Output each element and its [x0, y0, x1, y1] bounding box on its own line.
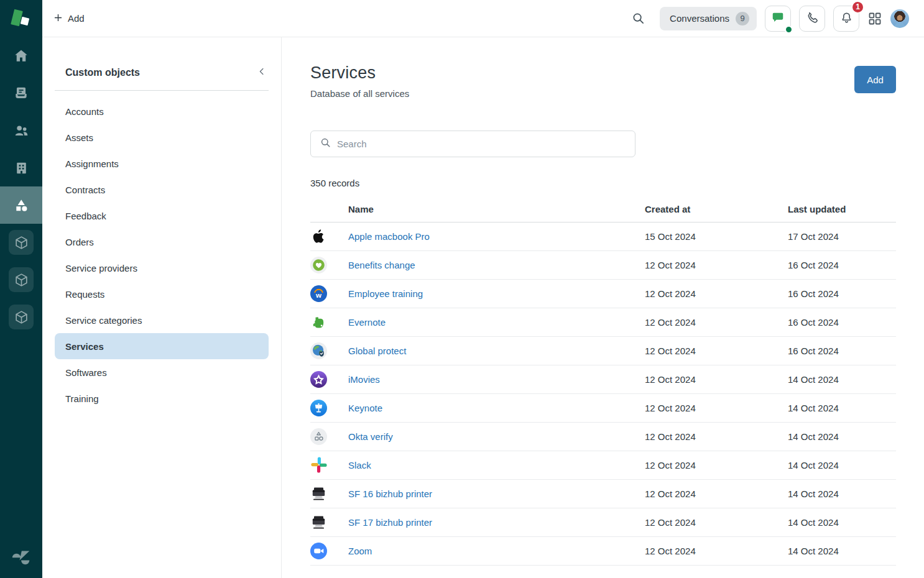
table-row: Slack12 Oct 202414 Oct 2024	[310, 451, 896, 479]
printer-icon	[310, 485, 327, 502]
zendesk-logo-icon	[11, 549, 32, 571]
service-link[interactable]: SF 17 bizhub printer	[348, 517, 432, 528]
service-link[interactable]: Apple macbook Pro	[348, 231, 430, 242]
printer-icon	[310, 514, 327, 531]
service-link[interactable]: Okta verify	[348, 431, 393, 442]
conversations-button[interactable]: Conversations 9	[660, 7, 757, 30]
chat-button[interactable]	[765, 6, 791, 32]
table-row: SF 17 bizhub printer12 Oct 202414 Oct 20…	[310, 508, 896, 536]
service-link[interactable]: SF 16 bizhub printer	[348, 489, 432, 499]
last-updated-cell: 17 Oct 2024	[788, 222, 896, 250]
nav-deals[interactable]	[0, 75, 42, 112]
created-at-cell: 12 Oct 2024	[645, 279, 788, 308]
sidebar-item-assets[interactable]: Assets	[55, 124, 269, 150]
sidebar-item-requests[interactable]: Requests	[55, 281, 269, 307]
plus-icon	[53, 12, 63, 25]
service-link[interactable]: iMovies	[348, 374, 380, 385]
cube-icon	[14, 272, 29, 288]
workspace: Add Conversations 9	[42, 0, 924, 578]
app-tile	[9, 305, 34, 329]
page-title: Services	[310, 63, 409, 83]
table-row: Evernote12 Oct 202416 Oct 2024	[310, 308, 896, 336]
collapse-panel-button[interactable]	[255, 65, 269, 80]
chat-bubble-icon	[771, 11, 785, 26]
service-link[interactable]: Keynote	[348, 403, 382, 413]
table-row: Okta verify12 Oct 202414 Oct 2024	[310, 422, 896, 451]
sidebar-item-service-categories[interactable]: Service categories	[55, 307, 269, 333]
service-link[interactable]: Slack	[348, 460, 371, 470]
benefits-icon	[310, 257, 327, 273]
cube-icon	[14, 235, 29, 250]
services-table: Name Created at Last updated Apple macbo…	[310, 196, 896, 566]
nav-app-2[interactable]	[0, 261, 42, 298]
sidebar-item-orders[interactable]: Orders	[55, 229, 269, 255]
service-link[interactable]: Zoom	[348, 546, 372, 556]
sidebar-item-feedback[interactable]: Feedback	[55, 203, 269, 229]
last-updated-cell: 14 Oct 2024	[788, 365, 896, 393]
search-input[interactable]	[337, 139, 627, 149]
service-link[interactable]: Employee training	[348, 288, 423, 299]
sidebar-item-services[interactable]: Services	[55, 333, 269, 359]
created-at-cell: 12 Oct 2024	[645, 422, 788, 451]
evernote-icon	[310, 314, 327, 331]
search-box	[310, 131, 635, 157]
main-header: Services Database of all services Add	[310, 63, 896, 99]
nav-app-3[interactable]	[0, 298, 42, 336]
user-avatar[interactable]	[890, 9, 909, 28]
panel-divider	[55, 90, 269, 91]
sidebar-item-assignments[interactable]: Assignments	[55, 150, 269, 177]
last-updated-cell: 16 Oct 2024	[788, 308, 896, 336]
chevron-left-icon	[256, 66, 267, 79]
table-row: Keynote12 Oct 202414 Oct 2024	[310, 393, 896, 422]
left-rail	[0, 0, 42, 578]
sidebar-item-accounts[interactable]: Accounts	[55, 98, 269, 124]
created-at-cell: 12 Oct 2024	[645, 308, 788, 336]
sidebar-item-service-providers[interactable]: Service providers	[55, 255, 269, 281]
last-updated-cell: 14 Oct 2024	[788, 508, 896, 536]
nav-people[interactable]	[0, 112, 42, 149]
notifications-count-badge: 1	[851, 1, 864, 14]
okta-icon	[310, 428, 327, 445]
service-link[interactable]: Evernote	[348, 317, 386, 328]
logo-white-shape	[21, 17, 30, 26]
table-row: Benefits change12 Oct 202416 Oct 2024	[310, 250, 896, 279]
service-link[interactable]: Global protect	[348, 346, 406, 356]
service-link[interactable]: Benefits change	[348, 260, 415, 270]
nav-home[interactable]	[0, 37, 42, 75]
created-at-cell: 12 Oct 2024	[645, 451, 788, 479]
nav-companies[interactable]	[0, 149, 42, 186]
apps-grid-icon[interactable]	[867, 11, 882, 26]
global-add-label: Add	[68, 13, 85, 24]
sidebar-item-contracts[interactable]: Contracts	[55, 177, 269, 203]
sidebar-item-training[interactable]: Training	[55, 385, 269, 411]
product-logo[interactable]	[0, 0, 42, 37]
last-updated-cell: 16 Oct 2024	[788, 336, 896, 365]
svg-text:w: w	[315, 291, 321, 298]
search-icon[interactable]	[631, 11, 645, 25]
created-at-cell: 12 Oct 2024	[645, 508, 788, 536]
sidebar-item-softwares[interactable]: Softwares	[55, 359, 269, 385]
nav-app-1[interactable]	[0, 224, 42, 261]
add-record-button[interactable]: Add	[854, 66, 896, 93]
home-icon	[13, 48, 29, 64]
table-row: SF 16 bizhub printer12 Oct 202414 Oct 20…	[310, 479, 896, 508]
conversations-label: Conversations	[670, 13, 729, 24]
icon-column-header	[310, 196, 348, 222]
conversations-count-badge: 9	[736, 12, 749, 25]
app-tile	[9, 267, 34, 292]
zoom-icon	[310, 543, 327, 559]
bell-icon	[839, 11, 854, 27]
phone-button[interactable]	[799, 6, 825, 32]
last-updated-cell: 14 Oct 2024	[788, 536, 896, 565]
app-tile	[9, 230, 34, 255]
global-add-button[interactable]: Add	[53, 12, 85, 25]
keynote-icon	[310, 400, 327, 416]
created-at-cell: 12 Oct 2024	[645, 336, 788, 365]
created-at-cell: 15 Oct 2024	[645, 222, 788, 250]
imovies-icon	[310, 371, 327, 388]
notifications-button[interactable]: 1	[833, 6, 859, 32]
search-icon	[320, 137, 331, 151]
nav-custom-objects[interactable]	[0, 186, 42, 224]
tray-icon	[13, 85, 29, 101]
last-updated-cell: 14 Oct 2024	[788, 479, 896, 508]
